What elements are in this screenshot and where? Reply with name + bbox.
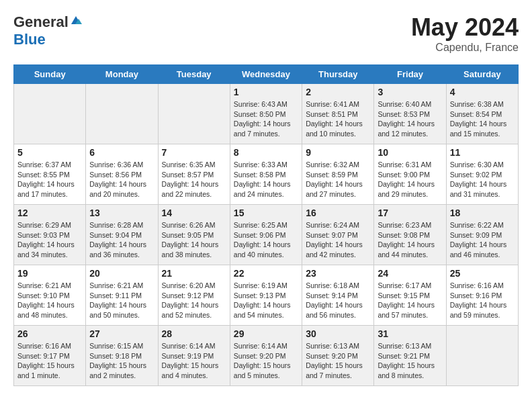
day-info: Sunrise: 6:28 AM Sunset: 9:04 PM Dayligh…	[89, 220, 154, 260]
day-number: 19	[17, 268, 82, 279]
calendar-table: SundayMondayTuesdayWednesdayThursdayFrid…	[13, 64, 519, 386]
day-info: Sunrise: 6:14 AM Sunset: 9:20 PM Dayligh…	[234, 341, 298, 381]
day-info: Sunrise: 6:18 AM Sunset: 9:14 PM Dayligh…	[306, 281, 370, 320]
calendar-day-cell: 4Sunrise: 6:38 AM Sunset: 8:54 PM Daylig…	[446, 84, 518, 144]
day-info: Sunrise: 6:40 AM Sunset: 8:53 PM Dayligh…	[378, 99, 442, 139]
calendar-day-cell	[86, 84, 158, 144]
day-number: 31	[378, 328, 442, 339]
day-number: 12	[17, 208, 82, 218]
day-info: Sunrise: 6:33 AM Sunset: 8:58 PM Dayligh…	[234, 160, 298, 199]
calendar-day-cell: 31Sunrise: 6:13 AM Sunset: 9:21 PM Dayli…	[374, 326, 446, 386]
calendar-day-cell: 28Sunrise: 6:14 AM Sunset: 9:19 PM Dayli…	[158, 326, 230, 386]
day-info: Sunrise: 6:19 AM Sunset: 9:13 PM Dayligh…	[234, 281, 298, 320]
calendar-day-cell: 7Sunrise: 6:35 AM Sunset: 8:57 PM Daylig…	[158, 144, 230, 205]
logo: General Blue	[13, 13, 82, 48]
day-info: Sunrise: 6:16 AM Sunset: 9:16 PM Dayligh…	[450, 281, 515, 320]
weekday-header: Monday	[86, 65, 158, 84]
day-number: 10	[378, 147, 442, 158]
day-info: Sunrise: 6:13 AM Sunset: 9:21 PM Dayligh…	[378, 341, 442, 381]
calendar-day-cell: 18Sunrise: 6:22 AM Sunset: 9:09 PM Dayli…	[446, 205, 518, 265]
day-info: Sunrise: 6:17 AM Sunset: 9:15 PM Dayligh…	[378, 281, 442, 320]
logo-general-text: General	[13, 13, 69, 31]
calendar-day-cell: 9Sunrise: 6:32 AM Sunset: 8:59 PM Daylig…	[302, 144, 374, 205]
calendar-week-row: 12Sunrise: 6:29 AM Sunset: 9:03 PM Dayli…	[14, 205, 519, 265]
calendar-day-cell: 3Sunrise: 6:40 AM Sunset: 8:53 PM Daylig…	[374, 84, 446, 144]
logo-blue-text: Blue	[13, 31, 46, 48]
day-number: 9	[306, 147, 370, 158]
day-number: 22	[234, 268, 298, 279]
calendar-day-cell: 21Sunrise: 6:20 AM Sunset: 9:12 PM Dayli…	[158, 265, 230, 326]
calendar-day-cell: 6Sunrise: 6:36 AM Sunset: 8:56 PM Daylig…	[86, 144, 158, 205]
calendar-day-cell: 11Sunrise: 6:30 AM Sunset: 9:02 PM Dayli…	[446, 144, 518, 205]
day-info: Sunrise: 6:13 AM Sunset: 9:20 PM Dayligh…	[306, 341, 370, 381]
day-info: Sunrise: 6:29 AM Sunset: 9:03 PM Dayligh…	[17, 220, 82, 260]
day-info: Sunrise: 6:32 AM Sunset: 8:59 PM Dayligh…	[306, 160, 370, 199]
day-number: 17	[378, 208, 442, 218]
day-info: Sunrise: 6:16 AM Sunset: 9:17 PM Dayligh…	[17, 341, 82, 381]
day-number: 25	[450, 268, 515, 279]
day-info: Sunrise: 6:37 AM Sunset: 8:55 PM Dayligh…	[17, 160, 82, 199]
day-number: 1	[234, 87, 298, 97]
day-number: 13	[89, 208, 154, 218]
calendar-day-cell: 25Sunrise: 6:16 AM Sunset: 9:16 PM Dayli…	[446, 265, 518, 326]
calendar-title: May 2024	[411, 13, 519, 42]
calendar-day-cell: 13Sunrise: 6:28 AM Sunset: 9:04 PM Dayli…	[86, 205, 158, 265]
calendar-day-cell	[446, 326, 518, 386]
calendar-day-cell: 29Sunrise: 6:14 AM Sunset: 9:20 PM Dayli…	[230, 326, 302, 386]
calendar-day-cell: 17Sunrise: 6:23 AM Sunset: 9:08 PM Dayli…	[374, 205, 446, 265]
day-info: Sunrise: 6:21 AM Sunset: 9:10 PM Dayligh…	[17, 281, 82, 320]
calendar-day-cell: 26Sunrise: 6:16 AM Sunset: 9:17 PM Dayli…	[14, 326, 86, 386]
day-info: Sunrise: 6:30 AM Sunset: 9:02 PM Dayligh…	[450, 160, 515, 199]
weekday-header: Saturday	[446, 65, 518, 84]
weekday-header: Wednesday	[230, 65, 302, 84]
day-info: Sunrise: 6:26 AM Sunset: 9:05 PM Dayligh…	[162, 220, 226, 260]
day-info: Sunrise: 6:15 AM Sunset: 9:18 PM Dayligh…	[89, 341, 154, 381]
calendar-week-row: 5Sunrise: 6:37 AM Sunset: 8:55 PM Daylig…	[14, 144, 519, 205]
day-number: 30	[306, 328, 370, 339]
calendar-day-cell: 5Sunrise: 6:37 AM Sunset: 8:55 PM Daylig…	[14, 144, 86, 205]
day-info: Sunrise: 6:38 AM Sunset: 8:54 PM Dayligh…	[450, 99, 515, 139]
page-header: General Blue May 2024 Capendu, France	[13, 13, 519, 54]
day-number: 26	[17, 328, 82, 339]
day-number: 5	[17, 147, 82, 158]
weekday-header: Friday	[374, 65, 446, 84]
day-info: Sunrise: 6:22 AM Sunset: 9:09 PM Dayligh…	[450, 220, 515, 260]
calendar-week-row: 1Sunrise: 6:43 AM Sunset: 8:50 PM Daylig…	[14, 84, 519, 144]
calendar-day-cell: 23Sunrise: 6:18 AM Sunset: 9:14 PM Dayli…	[302, 265, 374, 326]
day-number: 20	[89, 268, 154, 279]
day-number: 23	[306, 268, 370, 279]
calendar-day-cell: 22Sunrise: 6:19 AM Sunset: 9:13 PM Dayli…	[230, 265, 302, 326]
day-number: 24	[378, 268, 442, 279]
calendar-day-cell: 15Sunrise: 6:25 AM Sunset: 9:06 PM Dayli…	[230, 205, 302, 265]
day-info: Sunrise: 6:31 AM Sunset: 9:00 PM Dayligh…	[378, 160, 442, 199]
day-info: Sunrise: 6:21 AM Sunset: 9:11 PM Dayligh…	[89, 281, 154, 320]
day-info: Sunrise: 6:36 AM Sunset: 8:56 PM Dayligh…	[89, 160, 154, 199]
day-number: 29	[234, 328, 298, 339]
calendar-day-cell: 8Sunrise: 6:33 AM Sunset: 8:58 PM Daylig…	[230, 144, 302, 205]
calendar-day-cell: 27Sunrise: 6:15 AM Sunset: 9:18 PM Dayli…	[86, 326, 158, 386]
weekday-header: Tuesday	[158, 65, 230, 84]
day-number: 16	[306, 208, 370, 218]
day-info: Sunrise: 6:23 AM Sunset: 9:08 PM Dayligh…	[378, 220, 442, 260]
day-info: Sunrise: 6:14 AM Sunset: 9:19 PM Dayligh…	[162, 341, 226, 381]
day-number: 7	[162, 147, 226, 158]
day-number: 21	[162, 268, 226, 279]
calendar-day-cell: 16Sunrise: 6:24 AM Sunset: 9:07 PM Dayli…	[302, 205, 374, 265]
weekday-header: Thursday	[302, 65, 374, 84]
calendar-day-cell: 19Sunrise: 6:21 AM Sunset: 9:10 PM Dayli…	[14, 265, 86, 326]
calendar-day-cell: 10Sunrise: 6:31 AM Sunset: 9:00 PM Dayli…	[374, 144, 446, 205]
calendar-day-cell: 12Sunrise: 6:29 AM Sunset: 9:03 PM Dayli…	[14, 205, 86, 265]
day-info: Sunrise: 6:41 AM Sunset: 8:51 PM Dayligh…	[306, 99, 370, 139]
day-info: Sunrise: 6:43 AM Sunset: 8:50 PM Dayligh…	[234, 99, 298, 139]
day-number: 6	[89, 147, 154, 158]
day-number: 2	[306, 87, 370, 97]
day-number: 27	[89, 328, 154, 339]
calendar-day-cell: 2Sunrise: 6:41 AM Sunset: 8:51 PM Daylig…	[302, 84, 374, 144]
day-number: 28	[162, 328, 226, 339]
weekday-header: Sunday	[14, 65, 86, 84]
day-number: 4	[450, 87, 515, 97]
day-number: 15	[234, 208, 298, 218]
calendar-week-row: 19Sunrise: 6:21 AM Sunset: 9:10 PM Dayli…	[14, 265, 519, 326]
calendar-day-cell: 1Sunrise: 6:43 AM Sunset: 8:50 PM Daylig…	[230, 84, 302, 144]
day-info: Sunrise: 6:25 AM Sunset: 9:06 PM Dayligh…	[234, 220, 298, 260]
